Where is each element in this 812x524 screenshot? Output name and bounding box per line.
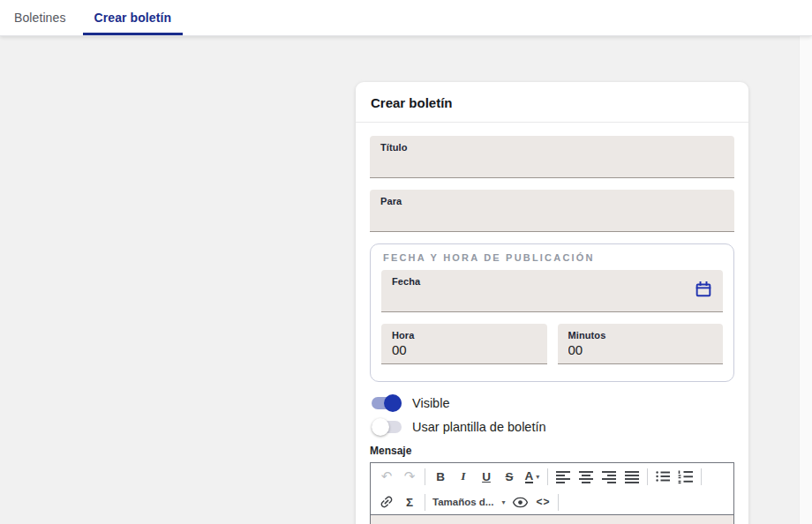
tab-crear-boletin[interactable]: Crear boletín	[80, 0, 186, 35]
chevron-down-icon: ▾	[536, 473, 539, 481]
minutos-input[interactable]	[568, 340, 713, 359]
schedule-fieldset: FECHA Y HORA DE PUBLICACIÓN Fecha	[370, 243, 734, 382]
card-header: Crear boletín	[356, 82, 748, 123]
source-code-icon[interactable]: <>	[531, 491, 554, 513]
text-color-button[interactable]: A ▾	[521, 466, 544, 487]
hour-minute-row: Hora Minutos	[381, 324, 723, 364]
preview-eye-icon[interactable]	[508, 491, 531, 513]
card-body: Título Para FECHA Y HORA DE PUBLICACIÓN …	[356, 123, 748, 524]
bold-icon[interactable]: B	[429, 466, 452, 487]
bullet-list-icon[interactable]	[651, 466, 674, 487]
toolbar-divider	[558, 494, 559, 511]
editor-toolbar-row-2: Σ Tamaños d... ▾ <>	[371, 490, 733, 514]
create-newsletter-card: Crear boletín Título Para FECHA Y HORA D…	[356, 82, 748, 524]
editor-content-area[interactable]	[371, 514, 733, 524]
underline-icon[interactable]: U	[475, 466, 498, 487]
fecha-field[interactable]: Fecha	[381, 270, 723, 312]
formula-sigma-icon[interactable]: Σ	[398, 491, 421, 513]
calendar-icon	[694, 280, 713, 302]
text-color-icon: A	[525, 470, 534, 483]
toolbar-divider	[425, 494, 425, 511]
titulo-input[interactable]	[380, 155, 703, 175]
calendar-button[interactable]	[689, 277, 718, 305]
fecha-label: Fecha	[392, 276, 420, 287]
redo-icon[interactable]: ↷	[398, 466, 421, 487]
undo-icon[interactable]: ↶	[375, 466, 398, 487]
mensaje-label: Mensaje	[370, 445, 734, 458]
schedule-legend: FECHA Y HORA DE PUBLICACIÓN	[381, 251, 723, 270]
plantilla-toggle[interactable]	[372, 421, 402, 433]
chevron-down-icon: ▾	[501, 498, 505, 506]
font-size-dropdown-label: Tamaños d...	[432, 497, 493, 507]
link-icon[interactable]	[375, 491, 398, 513]
tab-boletines[interactable]: Boletines	[0, 0, 80, 35]
scrollbar-track[interactable]	[799, 36, 812, 524]
para-label: Para	[380, 196, 402, 206]
align-left-icon[interactable]	[552, 466, 575, 487]
visible-toggle-row: Visible	[370, 391, 734, 415]
tab-crear-boletin-label: Crear boletín	[94, 11, 172, 25]
plantilla-toggle-label: Usar plantilla de boletín	[412, 420, 546, 434]
plantilla-toggle-row: Usar plantilla de boletín	[370, 415, 734, 438]
tab-boletines-label: Boletines	[14, 11, 66, 25]
font-size-dropdown[interactable]: Tamaños d... ▾	[429, 491, 508, 513]
fecha-input[interactable]	[392, 289, 691, 309]
toggle-knob	[384, 394, 402, 412]
toolbar-divider	[701, 468, 702, 485]
hora-input[interactable]	[392, 340, 537, 359]
toggle-knob	[372, 418, 389, 436]
editor-toolbar-row-1: ↶ ↷ B I U S A ▾	[371, 463, 733, 490]
hora-field[interactable]: Hora	[381, 324, 547, 364]
titulo-label: Título	[380, 142, 408, 153]
titulo-field[interactable]: Título	[370, 136, 734, 178]
align-center-icon[interactable]	[575, 466, 598, 487]
para-input[interactable]	[380, 209, 703, 228]
toolbar-divider	[547, 468, 548, 485]
toolbar-divider	[647, 468, 648, 485]
visible-toggle[interactable]	[372, 397, 402, 409]
strikethrough-icon[interactable]: S	[498, 466, 521, 487]
italic-icon[interactable]: I	[452, 466, 475, 487]
tab-bar: Boletines Crear boletín	[0, 0, 812, 36]
toolbar-divider	[425, 468, 425, 485]
rich-text-editor: ↶ ↷ B I U S A ▾	[370, 462, 734, 524]
card-title: Crear boletín	[371, 95, 733, 110]
para-field[interactable]: Para	[370, 190, 734, 232]
align-right-icon[interactable]	[598, 466, 620, 487]
align-justify-icon[interactable]	[620, 466, 643, 487]
visible-toggle-label: Visible	[412, 396, 449, 410]
minutos-field[interactable]: Minutos	[558, 324, 724, 364]
numbered-list-icon[interactable]	[674, 466, 697, 487]
